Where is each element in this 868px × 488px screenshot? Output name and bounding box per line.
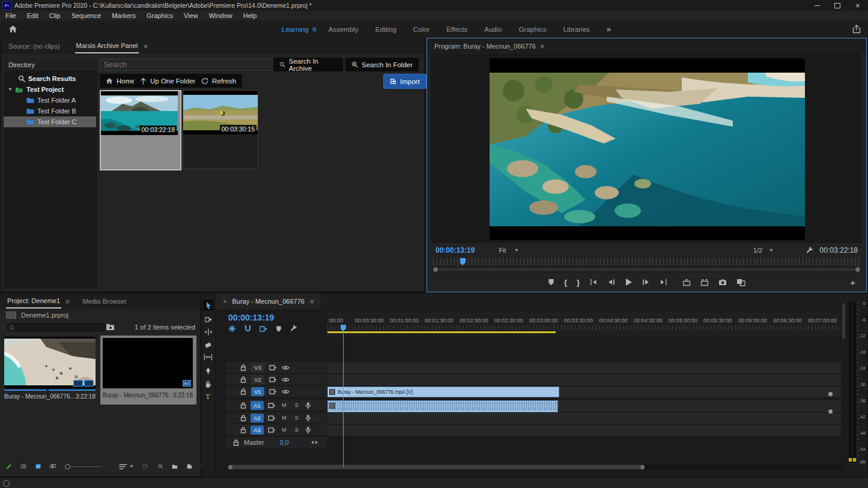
tab-marsis-archive-panel[interactable]: Marsis Archive Panel xyxy=(75,39,139,53)
voiceover-mic-icon[interactable] xyxy=(305,414,311,422)
solo-button[interactable]: S xyxy=(293,414,301,422)
menu-markers[interactable]: Markers xyxy=(106,11,141,20)
sync-lock-icon[interactable] xyxy=(269,364,277,371)
scrollbar-left-handle[interactable] xyxy=(433,267,438,272)
tab-libraries[interactable]: Libraries xyxy=(555,20,598,38)
lock-icon[interactable] xyxy=(233,439,239,446)
menu-help[interactable]: Help xyxy=(238,11,263,20)
project-item-sequence-selected[interactable]: Buray - Mecnun_066776 3:22:18 xyxy=(100,336,196,405)
work-area-bar[interactable] xyxy=(327,331,556,333)
clip-scrub-bar[interactable] xyxy=(4,390,46,391)
track-select-tool-icon[interactable] xyxy=(205,316,213,323)
project-panel-menu-icon[interactable]: ≡ xyxy=(65,298,69,305)
find-icon[interactable] xyxy=(158,463,163,470)
refresh-button[interactable]: Refresh xyxy=(195,74,242,88)
archive-card-buray-mecnun[interactable]: 00:03:22:18 Buray - Mecnun 4 xyxy=(100,90,181,170)
menu-view[interactable]: View xyxy=(178,11,204,20)
export-frame-camera-icon[interactable] xyxy=(718,279,727,286)
archive-card-beb[interactable]: 00:03:30:15 beb 1 xyxy=(183,90,258,169)
tab-audio[interactable]: Audio xyxy=(476,20,510,38)
archive-panel-menu-icon[interactable]: ≡ xyxy=(144,43,147,50)
voiceover-mic-icon[interactable] xyxy=(305,402,311,409)
close-tab-icon[interactable]: × xyxy=(223,298,226,305)
tree-expander-icon[interactable] xyxy=(8,88,12,91)
tab-learning[interactable]: Learning xyxy=(273,20,317,38)
lock-icon[interactable] xyxy=(240,376,246,383)
search-in-archive-button[interactable]: Search In Archive xyxy=(273,58,343,71)
workspace-overflow-chevrons[interactable]: » xyxy=(598,20,619,38)
sequence-name[interactable]: Buray - Mecnun_066776 xyxy=(103,392,169,399)
mute-button[interactable]: M xyxy=(280,414,288,422)
track-target-a1[interactable]: A1 xyxy=(250,401,264,410)
lift-icon[interactable] xyxy=(682,279,691,286)
track-target-v1[interactable]: V1 xyxy=(251,387,264,396)
tree-item-search-results[interactable]: Search Results xyxy=(4,73,97,84)
zoom-slider-handle[interactable] xyxy=(65,464,70,469)
extract-icon[interactable] xyxy=(700,279,709,286)
solo-button[interactable]: S xyxy=(293,402,301,409)
mark-out-icon[interactable]: } xyxy=(577,278,580,287)
menu-edit[interactable]: Edit xyxy=(22,11,44,20)
lock-icon[interactable] xyxy=(240,364,246,371)
selection-tool-active[interactable] xyxy=(203,300,214,310)
minimize-button[interactable] xyxy=(807,0,827,11)
program-playhead[interactable] xyxy=(460,258,466,265)
menu-window[interactable]: Window xyxy=(204,11,238,20)
sync-lock-icon[interactable] xyxy=(268,427,276,433)
timeline-ruler[interactable]: :00:00 00:00:30:00 00:01:00:00 00:01:30:… xyxy=(327,312,841,336)
timeline-panel-menu-icon[interactable]: ≡ xyxy=(310,298,314,305)
razor-tool-icon[interactable] xyxy=(204,342,212,349)
zoom-level-select[interactable]: Fit xyxy=(499,247,518,254)
toggle-track-output-eye-icon[interactable] xyxy=(282,365,290,370)
close-button[interactable]: ✕ xyxy=(848,0,868,11)
add-marker-icon[interactable] xyxy=(276,325,282,333)
home-icon[interactable] xyxy=(8,25,17,34)
archive-search-input[interactable] xyxy=(100,59,274,71)
menu-clip[interactable]: Clip xyxy=(44,11,66,20)
tab-source-monitor[interactable]: Source: (no clips) xyxy=(8,43,60,50)
lock-icon[interactable] xyxy=(240,388,246,395)
media-browser-folder-icon[interactable] xyxy=(106,324,115,331)
list-view-icon[interactable] xyxy=(20,463,26,470)
playback-resolution-select[interactable]: 1/2 xyxy=(753,247,773,254)
step-forward-icon[interactable] xyxy=(642,279,650,286)
sequence-tab[interactable]: × Buray - Mecnun_066776 ≡ xyxy=(216,294,321,309)
menu-sequence[interactable]: Sequence xyxy=(66,11,107,20)
tab-editing[interactable]: Editing xyxy=(367,20,405,38)
program-scrubber-ruler[interactable] xyxy=(433,258,860,265)
play-button-icon[interactable] xyxy=(625,278,633,286)
tree-item-test-folder-b[interactable]: Test Folder B xyxy=(4,106,97,116)
add-button-icon[interactable]: + xyxy=(850,277,855,288)
clip-name[interactable]: Buray - Mecnun_066776... xyxy=(4,393,75,400)
scrollbar-thumb[interactable] xyxy=(438,268,855,271)
tree-item-test-folder-a[interactable]: Test Folder A xyxy=(4,95,97,106)
maximize-button[interactable] xyxy=(827,0,848,11)
tab-project-deneme1[interactable]: Project: Deneme1 xyxy=(6,294,61,309)
program-panel-menu-icon[interactable]: ≡ xyxy=(541,43,544,50)
tab-color[interactable]: Color xyxy=(405,20,438,38)
project-item-clip[interactable]: Buray - Mecnun_066776... 3:22:18 xyxy=(3,336,98,405)
lock-icon[interactable] xyxy=(240,415,246,421)
master-gain-value[interactable]: 0,0 xyxy=(280,439,289,446)
scrollbar-left-handle[interactable] xyxy=(228,465,232,469)
track-target-a2[interactable]: A2 xyxy=(250,414,264,423)
freeform-view-icon[interactable] xyxy=(50,463,56,470)
tree-item-test-folder-c-selected[interactable]: Test Folder C xyxy=(4,116,96,127)
icon-view-icon[interactable] xyxy=(35,463,41,470)
project-breadcrumb[interactable]: Deneme1.prproj xyxy=(6,312,68,319)
track-target-v3[interactable]: V3 xyxy=(251,363,264,372)
timeline-video-clip[interactable]: Buray - Mecnun_066776.mp4 [V] xyxy=(327,387,559,397)
sync-lock-icon[interactable] xyxy=(269,376,277,383)
sync-lock-icon[interactable] xyxy=(268,415,276,421)
import-button[interactable]: Import xyxy=(383,74,426,89)
comparison-view-icon[interactable] xyxy=(736,279,745,286)
go-to-in-icon[interactable] xyxy=(589,279,598,286)
mark-in-icon[interactable]: { xyxy=(564,278,567,287)
program-scrollbar[interactable] xyxy=(432,267,861,273)
toggle-track-output-eye-icon[interactable] xyxy=(282,389,290,394)
new-bin-icon[interactable] xyxy=(172,463,178,470)
new-item-icon[interactable] xyxy=(187,463,192,470)
toggle-track-output-eye-icon[interactable] xyxy=(282,377,290,382)
scrollbar-thumb[interactable] xyxy=(228,465,645,469)
ripple-edit-tool-icon[interactable] xyxy=(204,328,213,336)
